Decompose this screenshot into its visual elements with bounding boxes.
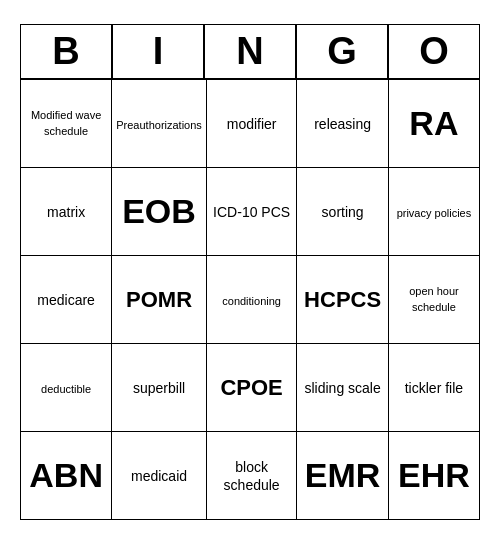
cell-label: superbill xyxy=(133,379,185,397)
bingo-cell: medicare xyxy=(21,256,112,344)
bingo-header: B I N G O xyxy=(20,24,480,80)
cell-label: EHR xyxy=(398,456,470,494)
cell-label: EMR xyxy=(305,456,381,494)
cell-label: medicaid xyxy=(131,467,187,485)
bingo-cell: ABN xyxy=(21,432,112,520)
cell-label: conditioning xyxy=(222,294,281,309)
header-g: G xyxy=(296,24,388,80)
bingo-cell: EHR xyxy=(388,432,479,520)
bingo-grid: Modified wave schedulePreauthorizationsm… xyxy=(20,79,480,520)
header-n: N xyxy=(204,24,296,80)
cell-label: modifier xyxy=(227,115,277,133)
bingo-cell: ICD-10 PCS xyxy=(206,168,297,256)
header-b: B xyxy=(20,24,112,80)
table-row: matrixEOBICD-10 PCSsortingprivacy polici… xyxy=(21,168,480,256)
bingo-cell: Preauthorizations xyxy=(112,80,207,168)
bingo-cell: medicaid xyxy=(112,432,207,520)
bingo-cell: CPOE xyxy=(206,344,297,432)
cell-label: Modified wave schedule xyxy=(25,108,107,139)
cell-label: ABN xyxy=(29,456,103,494)
bingo-cell: superbill xyxy=(112,344,207,432)
cell-label: Preauthorizations xyxy=(116,118,202,133)
bingo-cell: modifier xyxy=(206,80,297,168)
cell-label: privacy policies xyxy=(397,206,472,221)
cell-label: EOB xyxy=(122,192,196,230)
cell-label: CPOE xyxy=(220,375,282,400)
table-row: medicarePOMRconditioningHCPCSopen hour s… xyxy=(21,256,480,344)
header-i: I xyxy=(112,24,204,80)
table-row: Modified wave schedulePreauthorizationsm… xyxy=(21,80,480,168)
bingo-cell: sorting xyxy=(297,168,388,256)
cell-label: sliding scale xyxy=(304,379,380,397)
table-row: ABNmedicaidblock scheduleEMREHR xyxy=(21,432,480,520)
cell-label: medicare xyxy=(37,291,95,309)
cell-label: matrix xyxy=(47,203,85,221)
bingo-cell: HCPCS xyxy=(297,256,388,344)
bingo-card: B I N G O Modified wave schedulePreautho… xyxy=(20,24,480,521)
bingo-cell: matrix xyxy=(21,168,112,256)
cell-label: open hour schedule xyxy=(393,284,475,315)
bingo-cell: deductible xyxy=(21,344,112,432)
bingo-cell: block schedule xyxy=(206,432,297,520)
bingo-cell: privacy policies xyxy=(388,168,479,256)
bingo-cell: open hour schedule xyxy=(388,256,479,344)
cell-label: deductible xyxy=(41,382,91,397)
bingo-cell: EMR xyxy=(297,432,388,520)
bingo-cell: sliding scale xyxy=(297,344,388,432)
bingo-cell: Modified wave schedule xyxy=(21,80,112,168)
bingo-cell: RA xyxy=(388,80,479,168)
bingo-cell: tickler file xyxy=(388,344,479,432)
bingo-cell: conditioning xyxy=(206,256,297,344)
bingo-cell: releasing xyxy=(297,80,388,168)
cell-label: block schedule xyxy=(211,458,293,494)
bingo-cell: EOB xyxy=(112,168,207,256)
cell-label: tickler file xyxy=(405,379,463,397)
bingo-cell: POMR xyxy=(112,256,207,344)
cell-label: sorting xyxy=(322,203,364,221)
cell-label: ICD-10 PCS xyxy=(213,203,290,221)
cell-label: POMR xyxy=(126,287,192,312)
header-o: O xyxy=(388,24,480,80)
cell-label: releasing xyxy=(314,115,371,133)
cell-label: RA xyxy=(409,104,458,142)
table-row: deductiblesuperbillCPOEsliding scaletick… xyxy=(21,344,480,432)
cell-label: HCPCS xyxy=(304,287,381,312)
